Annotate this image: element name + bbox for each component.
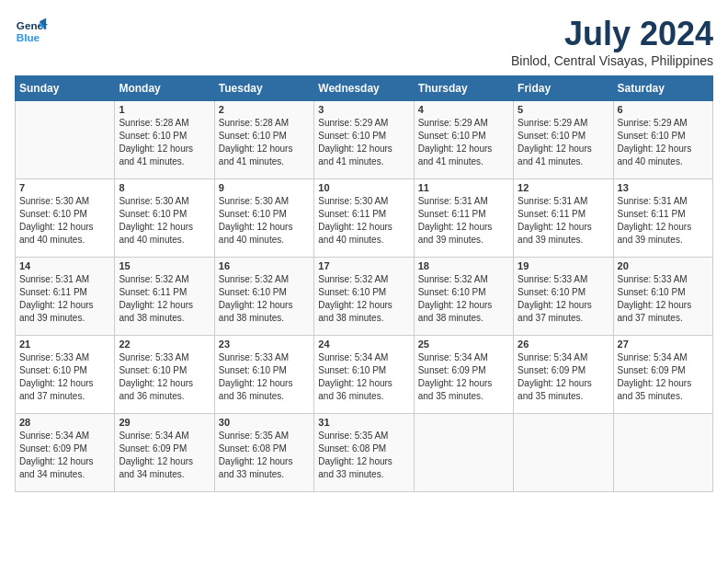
- calendar-cell: 14 Sunrise: 5:31 AM Sunset: 6:11 PM Dayl…: [16, 258, 115, 336]
- sunrise-text: Sunrise: 5:33 AM: [618, 274, 688, 284]
- daylight-text: Daylight: 12 hours and 36 minutes.: [219, 378, 293, 401]
- day-number: 30: [219, 417, 310, 428]
- cell-info: Sunrise: 5:33 AM Sunset: 6:10 PM Dayligh…: [19, 351, 110, 403]
- cell-info: Sunrise: 5:35 AM Sunset: 6:08 PM Dayligh…: [318, 430, 409, 481]
- sunset-text: Sunset: 6:10 PM: [219, 365, 287, 375]
- day-number: 25: [418, 339, 509, 350]
- day-number: 29: [119, 417, 210, 428]
- daylight-text: Daylight: 12 hours and 35 minutes.: [618, 378, 692, 401]
- calendar-cell: [414, 414, 513, 492]
- daylight-text: Daylight: 12 hours and 39 minutes.: [418, 222, 493, 245]
- daylight-text: Daylight: 12 hours and 34 minutes.: [19, 456, 94, 479]
- day-number: 11: [418, 182, 509, 193]
- day-number: 1: [119, 104, 210, 115]
- daylight-text: Daylight: 12 hours and 41 minutes.: [518, 144, 592, 167]
- calendar-cell: 17 Sunrise: 5:32 AM Sunset: 6:10 PM Dayl…: [314, 258, 414, 336]
- sunset-text: Sunset: 6:09 PM: [518, 365, 586, 375]
- title-area: July 2024 Binlod, Central Visayas, Phili…: [511, 15, 713, 68]
- calendar-cell: 30 Sunrise: 5:35 AM Sunset: 6:08 PM Dayl…: [214, 414, 313, 492]
- sunrise-text: Sunrise: 5:31 AM: [518, 196, 587, 206]
- daylight-text: Daylight: 12 hours and 33 minutes.: [219, 456, 293, 479]
- cell-info: Sunrise: 5:32 AM Sunset: 6:10 PM Dayligh…: [318, 273, 409, 325]
- day-number: 26: [518, 339, 609, 350]
- cell-info: Sunrise: 5:30 AM Sunset: 6:10 PM Dayligh…: [219, 195, 310, 247]
- header-day-wednesday: Wednesday: [314, 76, 414, 101]
- logo-icon: General Blue: [15, 15, 48, 48]
- sunset-text: Sunset: 6:09 PM: [618, 365, 686, 375]
- calendar-cell: [16, 101, 115, 179]
- calendar-cell: 19 Sunrise: 5:33 AM Sunset: 6:10 PM Dayl…: [514, 258, 613, 336]
- cell-info: Sunrise: 5:28 AM Sunset: 6:10 PM Dayligh…: [219, 117, 310, 168]
- calendar-cell: 11 Sunrise: 5:31 AM Sunset: 6:11 PM Dayl…: [414, 179, 513, 258]
- cell-info: Sunrise: 5:31 AM Sunset: 6:11 PM Dayligh…: [19, 273, 110, 325]
- calendar-week-2: 7 Sunrise: 5:30 AM Sunset: 6:10 PM Dayli…: [16, 179, 713, 258]
- sunset-text: Sunset: 6:10 PM: [618, 287, 686, 297]
- cell-info: Sunrise: 5:32 AM Sunset: 6:10 PM Dayligh…: [219, 273, 310, 325]
- day-number: 18: [418, 260, 509, 271]
- header-day-saturday: Saturday: [613, 76, 712, 101]
- cell-info: Sunrise: 5:30 AM Sunset: 6:10 PM Dayligh…: [19, 195, 110, 247]
- sunrise-text: Sunrise: 5:34 AM: [119, 431, 188, 441]
- cell-info: Sunrise: 5:31 AM Sunset: 6:11 PM Dayligh…: [618, 195, 709, 247]
- calendar-week-4: 21 Sunrise: 5:33 AM Sunset: 6:10 PM Dayl…: [16, 336, 713, 414]
- header-day-friday: Friday: [514, 76, 613, 101]
- day-number: 24: [318, 339, 409, 350]
- day-number: 12: [518, 182, 609, 193]
- day-number: 16: [219, 260, 310, 271]
- daylight-text: Daylight: 12 hours and 40 minutes.: [219, 222, 293, 245]
- daylight-text: Daylight: 12 hours and 39 minutes.: [618, 222, 692, 245]
- sunset-text: Sunset: 6:10 PM: [418, 287, 486, 297]
- calendar-week-5: 28 Sunrise: 5:34 AM Sunset: 6:09 PM Dayl…: [16, 414, 713, 492]
- sunrise-text: Sunrise: 5:33 AM: [119, 352, 188, 362]
- sunrise-text: Sunrise: 5:30 AM: [19, 196, 89, 206]
- calendar-cell: 26 Sunrise: 5:34 AM Sunset: 6:09 PM Dayl…: [514, 336, 613, 414]
- daylight-text: Daylight: 12 hours and 37 minutes.: [19, 378, 94, 401]
- sunrise-text: Sunrise: 5:34 AM: [318, 352, 388, 362]
- day-number: 19: [518, 260, 609, 271]
- cell-info: Sunrise: 5:28 AM Sunset: 6:10 PM Dayligh…: [119, 117, 210, 168]
- day-number: 27: [618, 339, 709, 350]
- sunrise-text: Sunrise: 5:33 AM: [219, 352, 289, 362]
- day-number: 28: [19, 417, 110, 428]
- calendar-week-3: 14 Sunrise: 5:31 AM Sunset: 6:11 PM Dayl…: [16, 258, 713, 336]
- cell-info: Sunrise: 5:34 AM Sunset: 6:09 PM Dayligh…: [518, 351, 609, 403]
- calendar-cell: 5 Sunrise: 5:29 AM Sunset: 6:10 PM Dayli…: [514, 101, 613, 179]
- cell-info: Sunrise: 5:34 AM Sunset: 6:09 PM Dayligh…: [618, 351, 709, 403]
- calendar-cell: 18 Sunrise: 5:32 AM Sunset: 6:10 PM Dayl…: [414, 258, 513, 336]
- calendar-cell: 31 Sunrise: 5:35 AM Sunset: 6:08 PM Dayl…: [314, 414, 414, 492]
- sunset-text: Sunset: 6:10 PM: [119, 209, 187, 219]
- calendar-cell: 2 Sunrise: 5:28 AM Sunset: 6:10 PM Dayli…: [214, 101, 313, 179]
- sunrise-text: Sunrise: 5:35 AM: [318, 431, 388, 441]
- sunset-text: Sunset: 6:10 PM: [119, 365, 187, 375]
- sunrise-text: Sunrise: 5:29 AM: [418, 118, 488, 128]
- sunset-text: Sunset: 6:10 PM: [518, 131, 586, 141]
- daylight-text: Daylight: 12 hours and 38 minutes.: [318, 300, 392, 323]
- calendar-cell: [514, 414, 613, 492]
- sunset-text: Sunset: 6:08 PM: [219, 443, 287, 454]
- month-title: July 2024: [511, 15, 713, 53]
- calendar-cell: 29 Sunrise: 5:34 AM Sunset: 6:09 PM Dayl…: [115, 414, 214, 492]
- sunrise-text: Sunrise: 5:28 AM: [219, 118, 289, 128]
- daylight-text: Daylight: 12 hours and 38 minutes.: [418, 300, 493, 323]
- sunset-text: Sunset: 6:10 PM: [318, 131, 386, 141]
- sunrise-text: Sunrise: 5:28 AM: [119, 118, 188, 128]
- daylight-text: Daylight: 12 hours and 40 minutes.: [318, 222, 392, 245]
- page-header: General Blue July 2024 Binlod, Central V…: [15, 15, 713, 68]
- cell-info: Sunrise: 5:30 AM Sunset: 6:10 PM Dayligh…: [119, 195, 210, 247]
- daylight-text: Daylight: 12 hours and 40 minutes.: [618, 144, 692, 167]
- day-number: 3: [318, 104, 409, 115]
- calendar-cell: 24 Sunrise: 5:34 AM Sunset: 6:10 PM Dayl…: [314, 336, 414, 414]
- cell-info: Sunrise: 5:31 AM Sunset: 6:11 PM Dayligh…: [418, 195, 509, 247]
- sunrise-text: Sunrise: 5:34 AM: [19, 431, 89, 441]
- cell-info: Sunrise: 5:32 AM Sunset: 6:11 PM Dayligh…: [119, 273, 210, 325]
- calendar-cell: 9 Sunrise: 5:30 AM Sunset: 6:10 PM Dayli…: [214, 179, 313, 258]
- sunset-text: Sunset: 6:10 PM: [219, 287, 287, 297]
- header-day-tuesday: Tuesday: [214, 76, 313, 101]
- sunrise-text: Sunrise: 5:30 AM: [318, 196, 388, 206]
- calendar-header-row: SundayMondayTuesdayWednesdayThursdayFrid…: [16, 76, 713, 101]
- sunrise-text: Sunrise: 5:34 AM: [518, 352, 587, 362]
- sunset-text: Sunset: 6:10 PM: [119, 131, 187, 141]
- cell-info: Sunrise: 5:33 AM Sunset: 6:10 PM Dayligh…: [219, 351, 310, 403]
- cell-info: Sunrise: 5:31 AM Sunset: 6:11 PM Dayligh…: [518, 195, 609, 247]
- sunrise-text: Sunrise: 5:32 AM: [318, 274, 388, 284]
